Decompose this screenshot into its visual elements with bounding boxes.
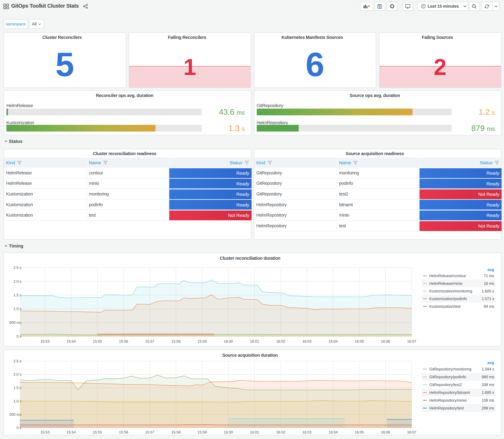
svg-text:GitRepository/test2: GitRepository/test2 xyxy=(429,382,462,387)
svg-text:16:06: 16:06 xyxy=(381,430,390,434)
svg-text:15:53: 15:53 xyxy=(40,339,49,343)
svg-text:15:59: 15:59 xyxy=(197,430,207,434)
svg-text:15:55: 15:55 xyxy=(93,339,102,343)
svg-text:15:57: 15:57 xyxy=(145,339,154,343)
svg-text:15:53: 15:53 xyxy=(40,430,49,434)
svg-text:Cluster reconciliation duratio: Cluster reconciliation duration xyxy=(220,256,280,261)
svg-text:289 ms: 289 ms xyxy=(482,406,494,410)
svg-text:GitRepository/monitoring: GitRepository/monitoring xyxy=(429,367,471,371)
svg-text:avg: avg xyxy=(487,360,494,365)
svg-text:15:56: 15:56 xyxy=(119,430,128,434)
svg-text:2.5 s: 2.5 s xyxy=(13,266,21,270)
svg-text:84 ms: 84 ms xyxy=(484,304,494,308)
svg-text:16:07: 16:07 xyxy=(407,430,416,434)
svg-text:15:57: 15:57 xyxy=(145,430,154,434)
svg-text:1.605 s: 1.605 s xyxy=(482,289,494,293)
svg-text:16:01: 16:01 xyxy=(250,430,259,434)
svg-text:16:02: 16:02 xyxy=(276,430,285,434)
svg-text:16:07: 16:07 xyxy=(407,339,416,343)
svg-text:2.0 s: 2.0 s xyxy=(13,279,21,283)
svg-text:2.5 s: 2.5 s xyxy=(13,359,21,363)
svg-text:16:05: 16:05 xyxy=(355,430,364,434)
svg-text:Kustomization/test: Kustomization/test xyxy=(429,304,461,308)
svg-text:16:06: 16:06 xyxy=(381,339,390,343)
svg-text:16:00: 16:00 xyxy=(224,339,233,343)
svg-text:71 ms: 71 ms xyxy=(484,274,494,278)
svg-text:15:58: 15:58 xyxy=(171,339,181,343)
svg-text:avg: avg xyxy=(487,267,494,272)
svg-text:Kustomization/monitoring: Kustomization/monitoring xyxy=(429,289,472,293)
svg-text:16:05: 16:05 xyxy=(355,339,364,343)
svg-text:16:04: 16:04 xyxy=(329,430,338,434)
svg-text:HelmRepository/test: HelmRepository/test xyxy=(429,406,464,410)
svg-text:108 ms: 108 ms xyxy=(482,398,494,402)
svg-text:HelmRepository/bitnami: HelmRepository/bitnami xyxy=(429,390,470,394)
svg-text:16:03: 16:03 xyxy=(302,339,311,343)
svg-text:15:56: 15:56 xyxy=(119,339,128,343)
svg-text:2.0 s: 2.0 s xyxy=(13,372,21,376)
svg-text:1.071 s: 1.071 s xyxy=(482,297,494,301)
svg-text:Kustomization/podinfo: Kustomization/podinfo xyxy=(429,297,467,301)
svg-text:500 ms: 500 ms xyxy=(9,412,21,416)
svg-text:Source acquisition duration: Source acquisition duration xyxy=(222,353,278,357)
svg-text:1.594 s: 1.594 s xyxy=(482,367,494,371)
svg-text:HelmRelease/contour: HelmRelease/contour xyxy=(429,274,466,278)
svg-text:GitRepository/podinfo: GitRepository/podinfo xyxy=(429,375,466,379)
svg-text:338 ms: 338 ms xyxy=(482,382,494,387)
svg-text:HelmRepository/minio: HelmRepository/minio xyxy=(429,398,467,402)
svg-text:16:04: 16:04 xyxy=(329,339,338,343)
svg-text:16:02: 16:02 xyxy=(276,339,285,343)
svg-text:500 ms: 500 ms xyxy=(9,320,21,325)
svg-text:16 ms: 16 ms xyxy=(484,281,494,286)
svg-text:15:54: 15:54 xyxy=(67,339,76,343)
svg-text:15:59: 15:59 xyxy=(197,339,207,343)
svg-text:16:01: 16:01 xyxy=(250,339,259,343)
svg-text:16:03: 16:03 xyxy=(302,430,311,434)
svg-text:980 ms: 980 ms xyxy=(482,375,494,379)
svg-text:15:58: 15:58 xyxy=(171,430,181,434)
svg-text:1.695 s: 1.695 s xyxy=(482,390,494,394)
svg-text:15:55: 15:55 xyxy=(93,430,102,434)
svg-text:16:00: 16:00 xyxy=(224,430,233,434)
svg-text:HelmRelease/minio: HelmRelease/minio xyxy=(429,281,463,286)
svg-text:15:54: 15:54 xyxy=(67,430,76,434)
